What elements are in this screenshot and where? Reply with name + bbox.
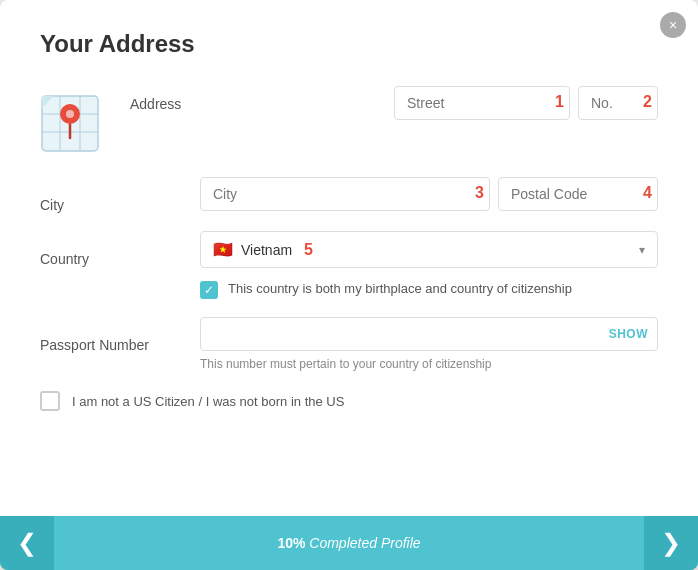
- page-title: Your Address: [40, 30, 658, 58]
- birthplace-checkbox[interactable]: [200, 281, 218, 299]
- us-citizen-label: I am not a US Citizen / I was not born i…: [72, 394, 344, 409]
- chevron-left-icon: ❮: [17, 529, 37, 557]
- address-modal: × Your Address: [0, 0, 698, 570]
- postal-badge: 4: [643, 184, 652, 202]
- country-row: Country 🇻🇳 Vietnam 5 ▾ This country is b…: [40, 231, 658, 299]
- progress-label: Completed Profile: [309, 535, 420, 551]
- country-label: Country: [40, 241, 200, 267]
- no-badge: 2: [643, 93, 652, 111]
- passport-note: This number must pertain to your country…: [200, 357, 658, 371]
- birthplace-label: This country is both my birthplace and c…: [228, 280, 572, 298]
- country-name: Vietnam 5: [241, 241, 639, 259]
- footer-progress: 10% Completed Profile: [277, 535, 420, 551]
- us-citizen-checkbox[interactable]: [40, 391, 60, 411]
- street-badge: 1: [555, 93, 564, 111]
- svg-point-8: [66, 110, 74, 118]
- passport-label: Passport Number: [40, 327, 200, 353]
- city-input[interactable]: [200, 177, 490, 211]
- address-fields: 1 2: [394, 86, 658, 120]
- street-input[interactable]: [394, 86, 570, 120]
- address-row: Address 1 2: [40, 86, 658, 159]
- city-badge: 3: [475, 184, 484, 202]
- modal-footer: ❮ 10% Completed Profile ❯: [0, 516, 698, 570]
- us-citizen-row: I am not a US Citizen / I was not born i…: [40, 391, 658, 411]
- next-button[interactable]: ❯: [644, 516, 698, 570]
- country-flag: 🇻🇳: [213, 240, 233, 259]
- map-icon: [40, 86, 110, 159]
- progress-percent: 10%: [277, 535, 305, 551]
- country-badge: 5: [304, 241, 313, 258]
- map-icon-area: [40, 86, 130, 159]
- close-button[interactable]: ×: [660, 12, 686, 38]
- passport-input[interactable]: [200, 317, 658, 351]
- passport-show-button[interactable]: SHOW: [609, 327, 648, 341]
- city-row: City 3 4: [40, 177, 658, 213]
- country-select[interactable]: 🇻🇳 Vietnam 5 ▾: [200, 231, 658, 268]
- address-label: Address: [130, 86, 290, 112]
- passport-number-row: Passport Number SHOW This number must pe…: [40, 317, 658, 371]
- postal-input[interactable]: [498, 177, 658, 211]
- city-fields: 3 4: [200, 177, 658, 211]
- modal-body: Your Address: [0, 0, 698, 516]
- birthplace-row: This country is both my birthplace and c…: [200, 280, 658, 299]
- city-label: City: [40, 187, 200, 213]
- prev-button[interactable]: ❮: [0, 516, 54, 570]
- address-label-col: Address: [130, 86, 394, 112]
- chevron-right-icon: ❯: [661, 529, 681, 557]
- chevron-down-icon: ▾: [639, 243, 645, 257]
